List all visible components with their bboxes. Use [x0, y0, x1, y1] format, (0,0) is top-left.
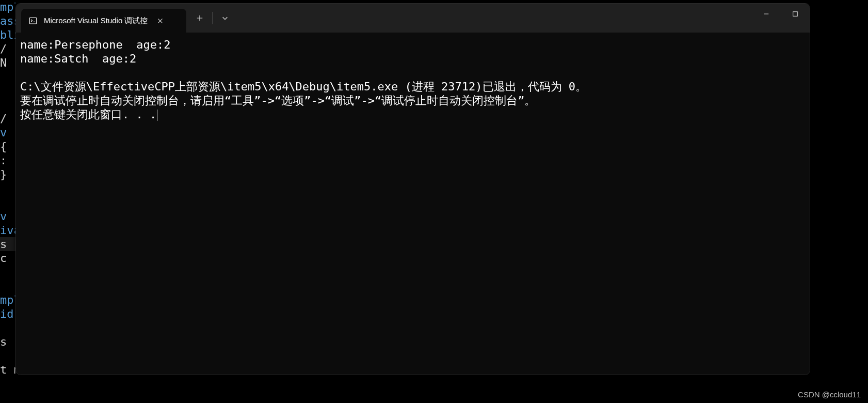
- separator: [212, 12, 213, 24]
- background-editor-code: mpl ass bli / N / v { : } v iva s c mpl …: [0, 0, 15, 403]
- terminal-icon: [28, 16, 38, 25]
- console-output[interactable]: name:Persephone age:2 name:Satch age:2 C…: [16, 33, 810, 375]
- tab-title: Microsoft Visual Studio 调试控: [44, 16, 148, 26]
- new-tab-button[interactable]: [189, 8, 210, 28]
- svg-rect-1: [793, 12, 798, 17]
- titlebar[interactable]: Microsoft Visual Studio 调试控: [16, 4, 810, 33]
- tab-dropdown-button[interactable]: [215, 8, 235, 28]
- minimize-button[interactable]: [752, 4, 781, 24]
- close-tab-button[interactable]: [154, 14, 166, 27]
- watermark: CSDN @ccloud11: [798, 390, 861, 399]
- maximize-button[interactable]: [781, 4, 810, 24]
- svg-rect-0: [29, 18, 37, 24]
- terminal-window: Microsoft Visual Studio 调试控: [15, 3, 810, 375]
- terminal-tab[interactable]: Microsoft Visual Studio 调试控: [21, 9, 186, 33]
- window-controls: [752, 4, 810, 24]
